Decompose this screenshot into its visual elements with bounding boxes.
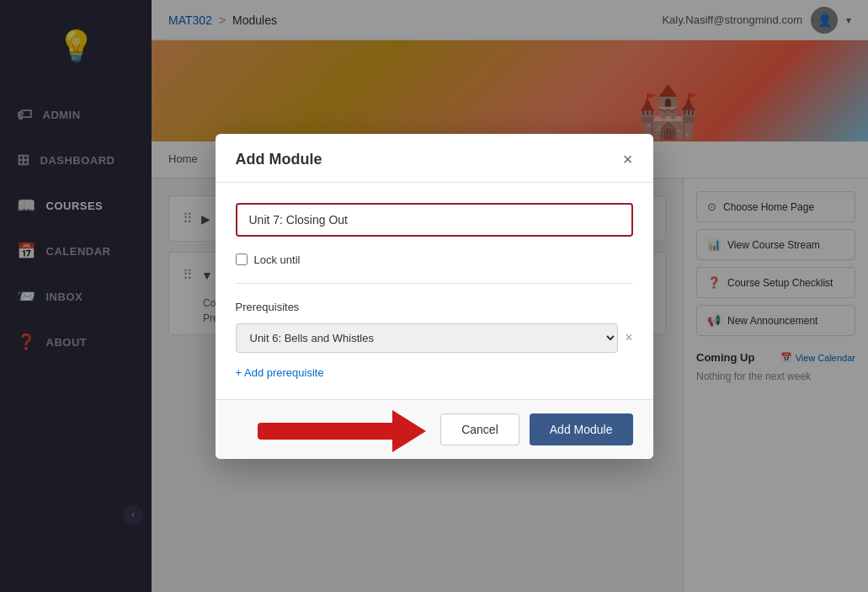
add-prereq-label: + Add prerequisite (236, 366, 324, 379)
lock-label: Lock until (254, 253, 301, 266)
module-name-input[interactable] (237, 205, 631, 235)
prereq-select[interactable]: Unit 6: Bells and Whistles (236, 323, 619, 353)
modal-footer: Cancel Add Module (216, 399, 653, 459)
modal-title: Add Module (236, 151, 322, 168)
arrow-head (392, 410, 426, 452)
modal-body: Lock until Prerequisites Unit 6: Bells a… (216, 183, 653, 399)
modal-close-button[interactable]: × (623, 151, 633, 168)
modal-overlay[interactable]: Add Module × Lock until Prerequisites Un… (0, 0, 868, 592)
divider (236, 283, 633, 284)
arrow-tail (258, 423, 392, 440)
prereq-remove-button[interactable]: × (625, 330, 632, 345)
prereq-row: Unit 6: Bells and Whistles × (236, 323, 633, 353)
lock-checkbox[interactable] (236, 253, 248, 265)
add-module-modal: Add Module × Lock until Prerequisites Un… (216, 134, 653, 459)
lock-row: Lock until (236, 253, 633, 266)
modal-header: Add Module × (216, 134, 653, 183)
add-module-button[interactable]: Add Module (530, 413, 633, 445)
prereq-section-label: Prerequisites (236, 301, 633, 313)
module-name-input-wrapper (236, 203, 633, 237)
cancel-button[interactable]: Cancel (440, 413, 519, 445)
add-prereq-button[interactable]: + Add prerequisite (236, 366, 324, 379)
arrow-indicator (258, 410, 426, 452)
